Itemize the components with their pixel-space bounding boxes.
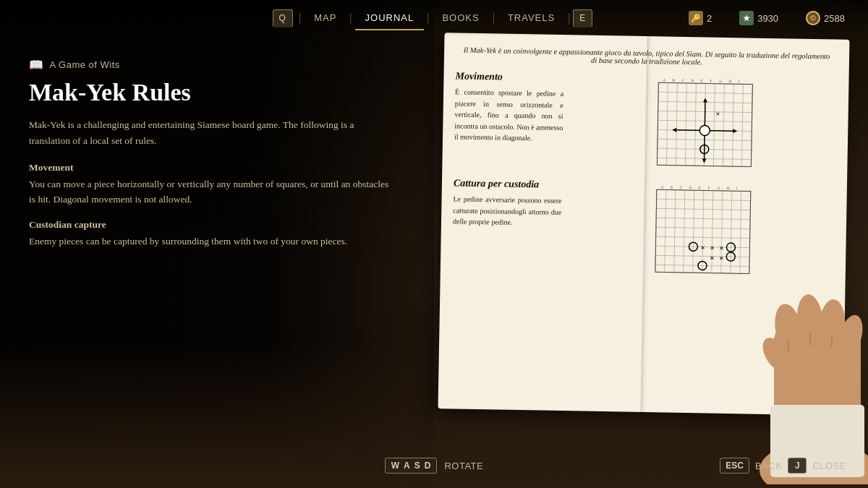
svg-line-14 [685, 83, 686, 166]
svg-text:F: F [710, 80, 712, 83]
star-icon: ★ [739, 11, 754, 25]
svg-text:A: A [663, 78, 665, 82]
svg-text:×: × [710, 254, 714, 262]
nav-map[interactable]: MAP [304, 7, 346, 30]
doc-movimento-body: È consentito spostare le pedine a piacer… [454, 86, 563, 144]
svg-line-12 [666, 83, 668, 166]
svg-text:×: × [710, 244, 714, 252]
doc-cattura-body: Le pedine avversarie possono essere catt… [453, 193, 562, 228]
book-icon: 📖 [29, 58, 44, 72]
key-count: 2 [707, 13, 712, 24]
svg-line-17 [713, 84, 715, 166]
nav-travels[interactable]: TRAVELS [498, 7, 565, 30]
doc-cattura-title: Cattura per custodia [454, 177, 562, 191]
svg-line-54 [664, 190, 665, 273]
section-capture-title: Custodian capture [29, 219, 391, 231]
svg-text:E: E [700, 79, 702, 82]
movimento-grid-svg: A B C D E F G H I [651, 77, 757, 173]
section-capture-body: Enemy pieces can be captured by surround… [29, 234, 391, 249]
nav-books[interactable]: BOOKS [432, 7, 489, 30]
svg-point-50 [699, 125, 710, 135]
svg-text:A: A [660, 185, 663, 189]
nav-journal[interactable]: JOURNAL [355, 7, 425, 30]
svg-text:×: × [715, 110, 720, 118]
hand-svg [716, 181, 868, 484]
star-stat: ★ 3930 [731, 11, 787, 25]
nav-divider-2: | [346, 12, 354, 25]
journal-description: Mak-Yek is a challenging and entertainin… [29, 117, 391, 148]
close-label: CLOSE [812, 461, 846, 471]
key-stat: 🔑 2 [680, 11, 720, 25]
journal-section-capture: Custodian capture Enemy pieces can be ca… [29, 219, 391, 249]
svg-marker-48 [702, 158, 706, 163]
svg-text:D: D [689, 186, 692, 189]
svg-text:B: B [670, 186, 673, 189]
svg-line-57 [692, 190, 694, 273]
coin-icon: © [806, 11, 820, 25]
nav-bar: Q | MAP | JOURNAL | BOOKS | TRAVELS | E … [0, 0, 868, 36]
category-label: A Game of Wits [50, 59, 120, 70]
wasd-control: W A S D [385, 458, 438, 474]
svg-line-19 [732, 84, 733, 166]
back-label: BACK [755, 461, 782, 471]
nav-divider-4: | [490, 12, 498, 25]
star-value: 3930 [757, 13, 778, 24]
svg-line-18 [723, 84, 724, 166]
svg-text:F: F [707, 187, 710, 190]
svg-text:C: C [679, 186, 682, 189]
s-key: S [414, 461, 420, 471]
section-movement-title: Movement [29, 162, 391, 174]
a-key: A [404, 461, 410, 471]
section-movement-body: You can move a piece horizontally or ver… [29, 176, 391, 207]
journal-section-movement: Movement You can move a piece horizontal… [29, 162, 391, 207]
nav-divider-1: | [296, 12, 304, 25]
bottom-right-controls: ESC BACK J CLOSE [720, 458, 846, 474]
svg-text:I: I [738, 80, 739, 83]
svg-marker-46 [672, 128, 676, 132]
journal-panel: 📖 A Game of Wits Mak-Yek Rules Mak-Yek i… [0, 36, 420, 282]
journal-title: Mak-Yek Rules [29, 79, 391, 106]
svg-marker-49 [702, 98, 707, 102]
svg-text:×: × [700, 243, 705, 252]
esc-key-badge[interactable]: ESC [720, 458, 749, 474]
q-key-button[interactable]: Q [273, 9, 293, 27]
svg-line-20 [741, 84, 743, 166]
svg-marker-44 [733, 129, 737, 133]
svg-line-55 [673, 190, 675, 273]
svg-text:B: B [672, 79, 675, 82]
svg-text:G: G [719, 80, 722, 83]
close-key-badge[interactable]: J [788, 458, 807, 474]
e-key-button[interactable]: E [573, 9, 592, 27]
nav-divider-5: | [565, 12, 573, 25]
doc-movimento-title: Movimento [455, 70, 563, 84]
rotate-label: Rotate [444, 461, 483, 471]
svg-line-56 [683, 190, 684, 273]
key-icon: 🔑 [689, 11, 703, 25]
svg-text:D: D [691, 79, 694, 82]
svg-line-15 [694, 83, 696, 166]
journal-category: 📖 A Game of Wits [29, 58, 391, 72]
coin-stat: © 2588 [797, 11, 854, 25]
w-key: W [391, 461, 399, 471]
svg-text:H: H [728, 80, 731, 83]
svg-text:E: E [698, 186, 700, 189]
coin-value: 2588 [824, 13, 845, 24]
nav-divider-3: | [424, 12, 432, 25]
svg-line-13 [676, 83, 677, 166]
svg-line-58 [702, 190, 703, 273]
d-key: D [425, 461, 431, 471]
svg-text:C: C [681, 79, 684, 82]
